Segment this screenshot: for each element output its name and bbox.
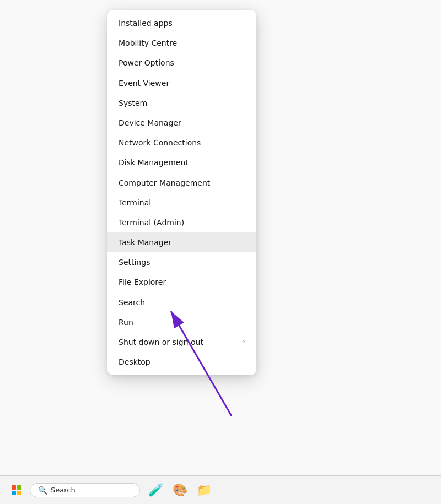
menu-item-label-device-manager: Device Manager bbox=[119, 118, 181, 128]
start-button[interactable] bbox=[6, 479, 28, 501]
menu-item-event-viewer[interactable]: Event Viewer bbox=[107, 73, 256, 93]
palette-icon: 🎨 bbox=[173, 483, 187, 497]
menu-item-terminal[interactable]: Terminal bbox=[107, 193, 256, 213]
taskbar-app-file-explorer[interactable]: 📁 bbox=[193, 479, 215, 501]
menu-item-power-options[interactable]: Power Options bbox=[107, 53, 256, 73]
menu-item-mobility-centre[interactable]: Mobility Centre bbox=[107, 33, 256, 53]
menu-item-shut-down-or-sign-out[interactable]: Shut down or sign out› bbox=[107, 332, 256, 352]
menu-item-label-event-viewer: Event Viewer bbox=[119, 78, 169, 88]
menu-item-disk-management[interactable]: Disk Management bbox=[107, 153, 256, 172]
desktop: Installed appsMobility CentrePower Optio… bbox=[0, 0, 441, 504]
taskbar-search[interactable]: 🔍 Search bbox=[30, 483, 140, 497]
menu-item-terminal-admin[interactable]: Terminal (Admin) bbox=[107, 213, 256, 232]
menu-item-search[interactable]: Search bbox=[107, 292, 256, 312]
menu-item-settings[interactable]: Settings bbox=[107, 252, 256, 272]
menu-item-label-desktop: Desktop bbox=[119, 357, 150, 367]
context-menu: Installed appsMobility CentrePower Optio… bbox=[107, 10, 256, 375]
taskbar-app-palette[interactable]: 🎨 bbox=[169, 479, 191, 501]
menu-item-label-network-connections: Network Connections bbox=[119, 138, 201, 148]
menu-item-label-file-explorer: File Explorer bbox=[119, 277, 166, 287]
menu-item-task-manager[interactable]: Task Manager bbox=[107, 232, 256, 252]
menu-item-run[interactable]: Run bbox=[107, 312, 256, 332]
taskbar-apps: 🧪 🎨 📁 bbox=[144, 479, 215, 501]
search-icon: 🔍 bbox=[38, 486, 47, 495]
menu-item-label-run: Run bbox=[119, 317, 133, 327]
chemistry-icon: 🧪 bbox=[148, 483, 163, 497]
file-explorer-icon: 📁 bbox=[197, 483, 212, 497]
windows-logo bbox=[12, 485, 21, 495]
menu-item-label-shut-down-or-sign-out: Shut down or sign out bbox=[119, 337, 203, 347]
menu-item-computer-management[interactable]: Computer Management bbox=[107, 173, 256, 193]
menu-item-label-installed-apps: Installed apps bbox=[119, 18, 173, 28]
menu-item-label-disk-management: Disk Management bbox=[119, 158, 189, 167]
menu-item-label-task-manager: Task Manager bbox=[119, 237, 171, 247]
menu-item-label-system: System bbox=[119, 98, 147, 108]
menu-item-system[interactable]: System bbox=[107, 93, 256, 113]
menu-item-label-terminal-admin: Terminal (Admin) bbox=[119, 218, 184, 227]
chevron-icon-shut-down-or-sign-out: › bbox=[243, 338, 245, 346]
menu-item-installed-apps[interactable]: Installed apps bbox=[107, 13, 256, 33]
menu-item-desktop[interactable]: Desktop bbox=[107, 352, 256, 372]
menu-item-label-mobility-centre: Mobility Centre bbox=[119, 38, 177, 48]
menu-item-label-settings: Settings bbox=[119, 257, 150, 267]
taskbar: 🔍 Search 🧪 🎨 📁 bbox=[0, 475, 441, 504]
menu-item-label-power-options: Power Options bbox=[119, 58, 174, 68]
taskbar-app-chemistry[interactable]: 🧪 bbox=[144, 479, 166, 501]
menu-item-device-manager[interactable]: Device Manager bbox=[107, 113, 256, 133]
menu-item-label-search: Search bbox=[119, 297, 145, 307]
menu-item-label-computer-management: Computer Management bbox=[119, 178, 210, 188]
taskbar-search-label: Search bbox=[51, 486, 76, 494]
menu-item-file-explorer[interactable]: File Explorer bbox=[107, 272, 256, 292]
menu-item-network-connections[interactable]: Network Connections bbox=[107, 133, 256, 153]
menu-item-label-terminal: Terminal bbox=[119, 198, 151, 208]
